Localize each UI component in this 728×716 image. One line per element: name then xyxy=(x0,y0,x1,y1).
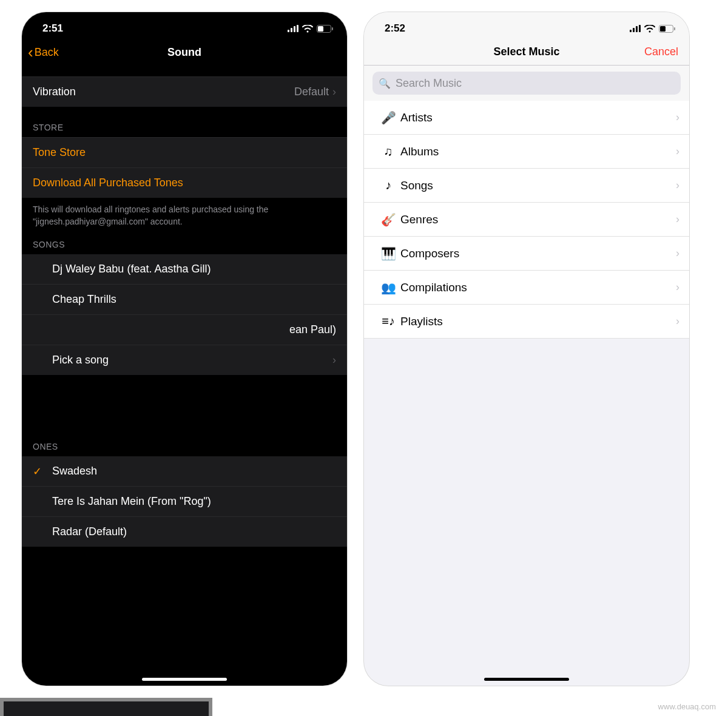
svg-rect-2 xyxy=(332,27,333,30)
song-title-partial: ean Paul) xyxy=(289,323,336,336)
row-label: Genres xyxy=(400,213,676,226)
browse-playlists-row[interactable]: ≡♪ Playlists › xyxy=(364,305,689,339)
pick-a-song-row[interactable]: Pick a song › xyxy=(22,345,347,375)
piano-icon: 🎹 xyxy=(376,246,400,261)
home-indicator[interactable] xyxy=(484,678,569,681)
search-icon: 🔍 xyxy=(379,78,391,89)
playlist-icon: ≡♪ xyxy=(376,314,400,328)
row-label: Playlists xyxy=(400,315,676,328)
browse-compilations-row[interactable]: 👥 Compilations › xyxy=(364,271,689,305)
song-row[interactable]: Cheap Thrills xyxy=(22,284,347,314)
browse-artists-row[interactable]: 🎤 Artists › xyxy=(364,101,689,135)
row-label: Artists xyxy=(400,111,676,124)
back-label: Back xyxy=(35,46,59,59)
svg-rect-4 xyxy=(660,26,666,32)
nav-bar: ‹ Back Sound xyxy=(22,39,347,66)
home-indicator[interactable] xyxy=(142,678,227,681)
music-note-icon: ♪ xyxy=(376,178,400,192)
browse-songs-row[interactable]: ♪ Songs › xyxy=(364,169,689,203)
download-all-label: Download All Purchased Tones xyxy=(33,177,183,189)
sound-settings-screen: 2:51 ‹ Back Sound Vibration xyxy=(22,12,347,686)
wifi-icon xyxy=(644,25,655,33)
battery-icon xyxy=(317,25,334,33)
ringtones-section-header: ONES xyxy=(22,375,347,456)
nav-bar: Select Music Cancel xyxy=(364,39,689,66)
back-button[interactable]: ‹ Back xyxy=(28,44,59,60)
store-section-header: STORE xyxy=(22,107,347,137)
ringtone-row[interactable]: Radar (Default) xyxy=(22,516,347,547)
vibration-value: Default xyxy=(294,86,329,98)
microphone-icon: 🎤 xyxy=(376,110,400,125)
chevron-right-icon: › xyxy=(332,86,336,98)
browse-albums-row[interactable]: ♫ Albums › xyxy=(364,135,689,169)
cancel-button[interactable]: Cancel xyxy=(644,46,678,58)
wifi-icon xyxy=(302,25,313,33)
row-label: Composers xyxy=(400,247,676,260)
row-label: Compilations xyxy=(400,281,676,294)
people-icon: 👥 xyxy=(376,280,400,295)
ringtone-title: Swadesh xyxy=(52,465,97,478)
chevron-right-icon: › xyxy=(676,281,679,294)
songs-section-header: SONGS xyxy=(22,231,347,254)
watermark: www.deuaq.com xyxy=(658,702,716,711)
tone-store-label: Tone Store xyxy=(33,146,86,159)
svg-rect-5 xyxy=(674,27,675,30)
download-footer: This will download all ringtones and ale… xyxy=(22,198,347,231)
chevron-right-icon: › xyxy=(676,179,679,192)
nav-title: Select Music xyxy=(493,46,559,58)
ringtone-row[interactable]: ✓ Swadesh xyxy=(22,456,347,486)
chevron-right-icon: › xyxy=(676,213,679,226)
vibration-row[interactable]: Vibration Default › xyxy=(22,76,347,107)
chevron-right-icon: › xyxy=(676,111,679,124)
download-all-tones-row[interactable]: Download All Purchased Tones xyxy=(22,167,347,198)
ringtone-title: Radar (Default) xyxy=(52,525,127,538)
svg-rect-1 xyxy=(318,26,323,32)
search-music-input[interactable]: 🔍 Search Music xyxy=(372,72,681,95)
chevron-right-icon: › xyxy=(676,247,679,260)
search-placeholder: Search Music xyxy=(396,77,462,90)
song-row[interactable]: Dj Waley Babu (feat. Aastha Gill) xyxy=(22,254,347,284)
chevron-right-icon: › xyxy=(676,315,679,328)
song-title: Cheap Thrills xyxy=(52,293,116,306)
song-row[interactable]: ean Paul) xyxy=(22,314,347,345)
browse-genres-row[interactable]: 🎸 Genres › xyxy=(364,203,689,237)
status-time: 2:51 xyxy=(42,22,63,35)
status-time: 2:52 xyxy=(385,22,405,35)
browse-composers-row[interactable]: 🎹 Composers › xyxy=(364,237,689,271)
chevron-left-icon: ‹ xyxy=(28,44,33,60)
checkmark-icon: ✓ xyxy=(33,465,42,478)
vibration-label: Vibration xyxy=(33,86,76,98)
tone-store-row[interactable]: Tone Store xyxy=(22,137,347,167)
status-bar: 2:52 xyxy=(364,12,689,39)
battery-icon xyxy=(659,25,676,33)
callout-pick-a-song: Cheap Thrills ean Paul) Pick a song › xyxy=(0,698,212,716)
chevron-right-icon: › xyxy=(332,354,336,366)
guitar-icon: 🎸 xyxy=(376,212,400,227)
cellular-signal-icon xyxy=(288,25,298,32)
pick-a-song-label: Pick a song xyxy=(52,354,109,366)
row-label: Songs xyxy=(400,179,676,192)
cellular-signal-icon xyxy=(630,25,641,32)
select-music-screen: 2:52 Select Music Cancel 🔍 Search Music xyxy=(364,12,689,686)
nav-title: Sound xyxy=(167,46,201,59)
status-bar: 2:51 xyxy=(22,12,347,39)
album-icon: ♫ xyxy=(376,144,400,158)
chevron-right-icon: › xyxy=(676,145,679,158)
ringtone-row[interactable]: Tere Is Jahan Mein (From "Rog") xyxy=(22,486,347,516)
ringtone-title: Tere Is Jahan Mein (From "Rog") xyxy=(52,495,211,508)
row-label: Albums xyxy=(400,145,676,158)
song-title: Dj Waley Babu (feat. Aastha Gill) xyxy=(52,263,211,275)
